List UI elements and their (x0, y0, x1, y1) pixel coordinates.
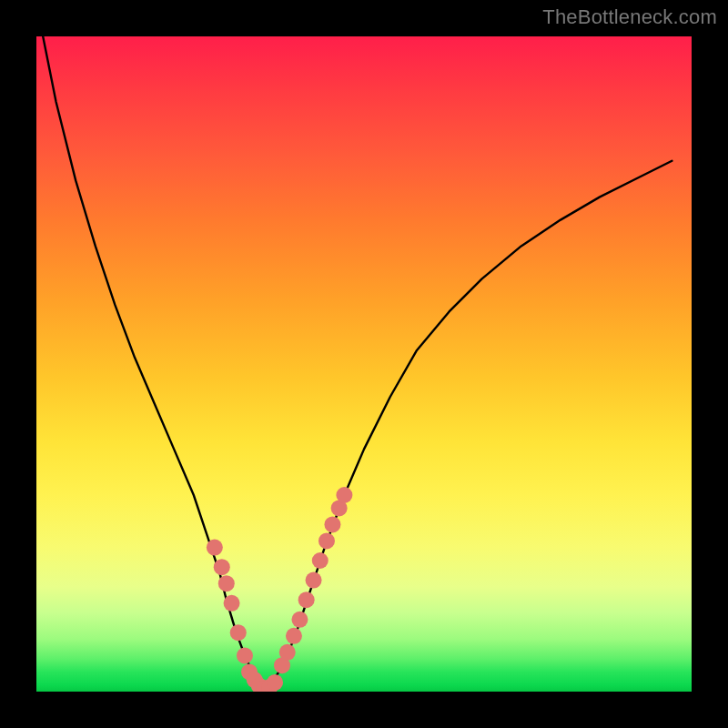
data-marker (214, 559, 230, 575)
data-marker (224, 595, 240, 612)
bottleneck-curve (43, 36, 266, 688)
data-marker (230, 624, 247, 641)
watermark-label: TheBottleneck.com (542, 5, 717, 29)
bottleneck-curve (266, 161, 672, 689)
data-marker (324, 516, 340, 532)
plot-svg (36, 36, 692, 692)
data-marker (218, 575, 235, 592)
data-marker (298, 592, 315, 608)
curve-layer (43, 36, 672, 688)
data-marker (291, 612, 308, 628)
data-marker (279, 644, 296, 661)
data-marker (286, 628, 302, 644)
data-marker (207, 540, 223, 556)
data-marker (306, 572, 322, 589)
bottleneck-plot (36, 36, 692, 692)
marker-layer (207, 487, 353, 692)
data-marker (267, 674, 283, 691)
data-marker (336, 487, 352, 503)
data-marker (312, 552, 329, 569)
data-marker (237, 647, 253, 663)
data-marker (318, 532, 335, 549)
chart-frame: TheBottleneck.com (0, 0, 728, 728)
